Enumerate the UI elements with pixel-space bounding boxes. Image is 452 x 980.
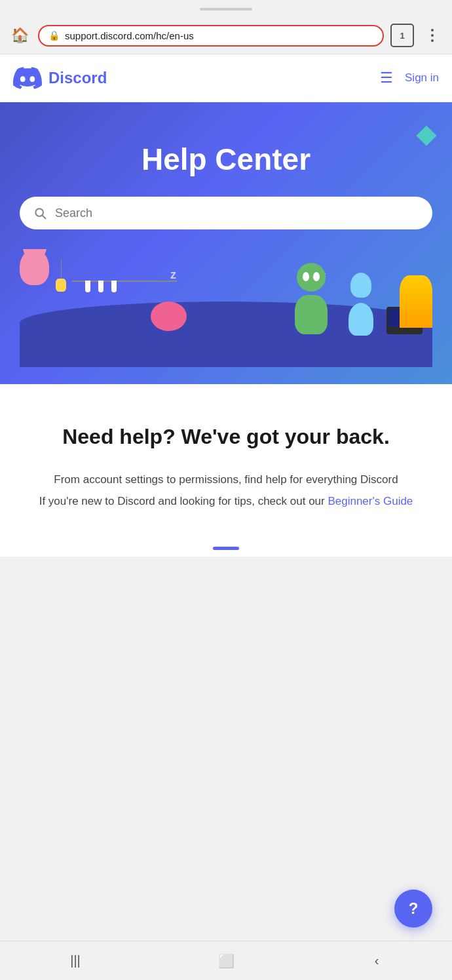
help-center-title: Help Center bbox=[20, 142, 432, 177]
pink-character-body bbox=[20, 249, 49, 285]
yellow-character bbox=[400, 275, 432, 328]
back-chevron-icon: ‹ bbox=[375, 953, 379, 968]
z-decoration: z bbox=[170, 268, 176, 282]
description-line-2: If you're new to Discord and looking for… bbox=[20, 492, 432, 510]
status-bar bbox=[0, 0, 452, 18]
hamburger-icon[interactable]: ☰ bbox=[380, 69, 393, 87]
bottom-nav-menu-button[interactable]: ||| bbox=[56, 948, 95, 974]
help-fab-button[interactable]: ? bbox=[394, 890, 432, 928]
discord-logo[interactable]: Discord bbox=[13, 64, 107, 92]
hero-banner: Help Center bbox=[0, 102, 452, 384]
description-text-2: If you're new to Discord and looking for… bbox=[39, 495, 325, 507]
browser-home-button[interactable]: 🏠 bbox=[8, 24, 31, 47]
menu-dot bbox=[431, 29, 434, 31]
need-help-title: Need help? We've got your back. bbox=[20, 423, 432, 451]
bottom-nav-back-button[interactable]: ‹ bbox=[357, 948, 396, 974]
menu-lines-icon: ||| bbox=[70, 953, 81, 968]
browser-chrome: 🏠 🔒 support.discord.com/hc/en-us 1 bbox=[0, 18, 452, 54]
tab-count-button[interactable]: 1 bbox=[390, 24, 414, 47]
sock-2 bbox=[98, 281, 104, 292]
pink-blob bbox=[151, 302, 187, 331]
lantern-string bbox=[61, 259, 62, 279]
search-icon bbox=[33, 206, 47, 220]
svg-line-1 bbox=[43, 216, 46, 219]
blue-character bbox=[348, 278, 373, 336]
green-character-head bbox=[297, 263, 326, 292]
sock-1 bbox=[85, 281, 90, 292]
characters-scene: z ✦ bbox=[20, 249, 432, 367]
status-bar-line bbox=[200, 8, 252, 10]
search-input[interactable] bbox=[55, 206, 419, 220]
clothes-line bbox=[72, 281, 177, 282]
address-bar[interactable]: 🔒 support.discord.com/hc/en-us bbox=[38, 25, 384, 47]
nav-right: ☰ Sign in bbox=[380, 69, 439, 87]
browser-menu-button[interactable] bbox=[421, 24, 444, 47]
lantern bbox=[56, 259, 66, 292]
monitor-stand bbox=[398, 329, 411, 333]
green-character-body bbox=[295, 295, 328, 334]
bottom-nav-home-button[interactable]: ⬜ bbox=[206, 948, 246, 974]
search-bar[interactable] bbox=[20, 197, 432, 229]
beginner-guide-link[interactable]: Beginner's Guide bbox=[328, 495, 413, 507]
tab-count-label: 1 bbox=[400, 31, 404, 41]
content-area: Need help? We've got your back. From acc… bbox=[0, 384, 452, 540]
green-eye-right bbox=[313, 272, 320, 281]
lock-icon: 🔒 bbox=[48, 30, 60, 41]
discord-logo-text: Discord bbox=[48, 69, 107, 87]
home-circle-icon: ⬜ bbox=[218, 953, 235, 969]
help-fab-icon: ? bbox=[409, 899, 419, 918]
url-text: support.discord.com/hc/en-us bbox=[65, 30, 373, 41]
scroll-indicator bbox=[0, 540, 452, 557]
discord-logo-icon bbox=[13, 64, 42, 92]
description-line-1: From account settings to permissions, fi… bbox=[20, 471, 432, 488]
menu-dot bbox=[431, 39, 434, 42]
menu-dot bbox=[431, 34, 434, 37]
blue-character-head bbox=[350, 273, 371, 298]
sign-in-link[interactable]: Sign in bbox=[405, 71, 439, 85]
discord-navbar: Discord ☰ Sign in bbox=[0, 54, 452, 102]
site-content: Discord ☰ Sign in Help Center bbox=[0, 54, 452, 557]
home-icon: 🏠 bbox=[11, 27, 29, 44]
green-character bbox=[295, 266, 328, 334]
sock-3 bbox=[111, 281, 117, 292]
bottom-navigation: ||| ⬜ ‹ bbox=[0, 941, 452, 980]
scroll-dot bbox=[213, 547, 239, 550]
blue-character-body bbox=[348, 303, 373, 336]
green-eye-left bbox=[303, 272, 309, 281]
lantern-body bbox=[56, 279, 66, 292]
